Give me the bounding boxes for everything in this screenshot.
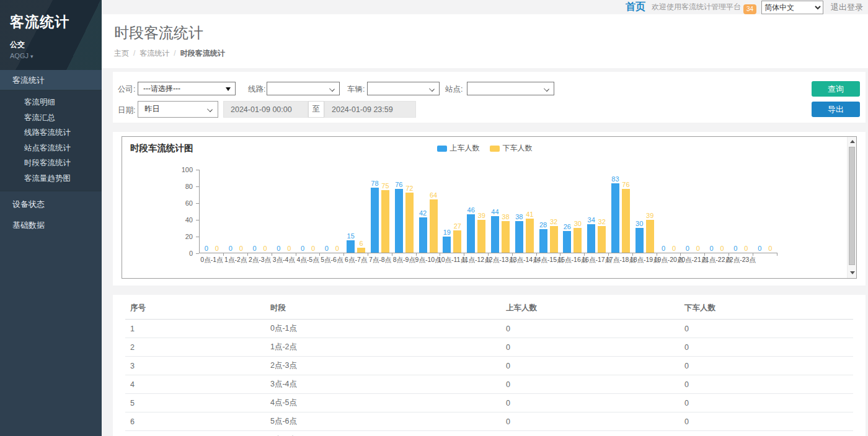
bar-value-label: 0: [252, 245, 256, 252]
line-select[interactable]: [267, 82, 340, 95]
bar-value-label: 30: [574, 220, 582, 227]
bar-value-label: 0: [768, 245, 772, 252]
bar-value-label: 38: [502, 214, 509, 220]
sidebar-item-other-0[interactable]: 设备状态: [0, 194, 102, 215]
table-header-cell: 上车人数: [501, 296, 680, 320]
table-body: 10点-1点0021点-2点0032点-3点0043点-4点0054点-5点00…: [125, 320, 853, 436]
bar-group: 005点-6点: [320, 169, 344, 253]
table-row: 54点-5点00: [125, 394, 853, 412]
bar-value-label: 0: [311, 245, 315, 252]
bar: [371, 188, 379, 253]
page-heading: 时段客流统计 主页/客流统计/时段客流统计: [102, 14, 868, 68]
org-code-dropdown[interactable]: AQGJ▾: [10, 52, 102, 59]
vertical-scrollbar[interactable]: [847, 137, 856, 278]
bar-value-label: 0: [229, 245, 232, 252]
notification-badge[interactable]: 34: [743, 4, 756, 14]
bar-column: 0: [237, 169, 245, 253]
bar-group: 004点-5点: [296, 169, 320, 253]
scrollbar-down-arrow-icon[interactable]: [850, 271, 855, 274]
company-label: 公司:: [118, 84, 135, 95]
bar: [598, 226, 606, 253]
bar-column: 0: [333, 169, 341, 253]
bar-group: 76728点-9点: [392, 169, 416, 253]
bar-group: 263015点-16点: [560, 169, 585, 253]
company-select[interactable]: ---请选择---: [138, 82, 236, 95]
legend-item-1[interactable]: 下车人数: [490, 143, 533, 154]
sidebar-subitem-1[interactable]: 客流汇总: [0, 110, 102, 126]
export-button[interactable]: 导出: [812, 102, 860, 117]
bar-group: 0021点-22点: [705, 169, 729, 253]
legend-item-0[interactable]: 上车人数: [437, 143, 480, 154]
bar-column: 15: [347, 169, 355, 253]
sidebar-logo-block: 客流统计 公交 AQGJ▾: [0, 0, 102, 70]
line-label: 线路:: [248, 84, 265, 95]
table-cell: 2点-3点: [265, 357, 501, 375]
date-label: 日期:: [118, 105, 135, 116]
station-label: 站点:: [445, 84, 463, 95]
bar-column: 0: [226, 169, 234, 253]
chevron-down-icon: [207, 107, 213, 112]
bar-column: 0: [756, 169, 764, 253]
table-cell: 6: [125, 412, 265, 431]
bar-column: 0: [309, 169, 317, 253]
bar-column: 0: [718, 169, 726, 253]
table-row: 10点-1点00: [125, 320, 853, 338]
station-select[interactable]: [467, 82, 554, 95]
query-button[interactable]: 查询: [812, 81, 860, 97]
bar-column: 76: [622, 169, 630, 253]
bar: [405, 193, 414, 253]
bar-value-label: 19: [443, 229, 451, 236]
home-link[interactable]: 首页: [626, 1, 645, 14]
y-axis-label: 40: [174, 216, 193, 224]
table-cell: 5: [125, 394, 265, 412]
chevron-down-icon: [329, 86, 335, 92]
bar: [563, 231, 571, 253]
chart-box: 时段车流统计图 上车人数下车人数 000点-1点001点-2点002点-3点00…: [122, 136, 857, 279]
table-cell: 0: [680, 320, 853, 338]
bar-value-label: 26: [564, 224, 571, 230]
bar-value-label: 0: [239, 245, 243, 252]
table-cell: 0: [680, 412, 853, 431]
bar: [539, 229, 547, 253]
sidebar-subitem-4[interactable]: 时段客流统计: [0, 155, 102, 171]
table-cell: 0: [501, 320, 680, 338]
bar-group: 002点-3点: [248, 169, 272, 253]
table-cell: 7: [125, 431, 265, 436]
bar: [611, 183, 619, 253]
language-select[interactable]: 简体中文: [761, 1, 823, 14]
vehicle-select[interactable]: [367, 82, 440, 95]
bar-column: 76: [395, 169, 403, 253]
bar: [357, 248, 365, 253]
bar: [395, 189, 403, 253]
date-preset-select[interactable]: 昨日: [138, 101, 218, 118]
org-name: 公交: [10, 40, 102, 50]
date-preset-value: 昨日: [144, 104, 160, 115]
bar-value-label: 0: [686, 245, 689, 252]
x-axis-tick: [753, 253, 753, 256]
date-from-input[interactable]: 2024-01-09 00:00: [223, 101, 308, 118]
bar-column: 0: [694, 169, 702, 253]
logout-link[interactable]: 退出登录: [831, 2, 863, 13]
y-axis-tick: [196, 220, 199, 220]
table-row: 43点-4点00: [125, 375, 853, 394]
sidebar-subitem-5[interactable]: 客流量趋势图: [0, 171, 102, 186]
bar-value-label: 39: [646, 212, 653, 219]
chart-canvas: 000点-1点001点-2点002点-3点003点-4点004点-5点005点-…: [199, 170, 777, 253]
bar-column: 0: [742, 169, 750, 253]
bar-value-label: 42: [419, 210, 427, 217]
breadcrumb-item-1[interactable]: 客流统计: [140, 49, 169, 58]
date-to-input[interactable]: 2024-01-09 23:59: [324, 101, 416, 118]
bar-value-label: 0: [710, 245, 714, 252]
sidebar-item-passenger-stats[interactable]: 客流统计: [0, 70, 102, 90]
sidebar-subitem-2[interactable]: 线路客流统计: [0, 125, 102, 141]
scrollbar-up-arrow-icon[interactable]: [850, 140, 855, 143]
table-row: 32点-3点00: [125, 357, 853, 375]
bar-value-label: 41: [526, 211, 533, 218]
sidebar-item-other-1[interactable]: 基础数据: [0, 215, 102, 236]
sidebar-subitem-3[interactable]: 站点客流统计: [0, 141, 102, 156]
breadcrumb-separator: /: [174, 49, 175, 58]
scrollbar-thumb[interactable]: [849, 147, 855, 265]
sidebar-subitem-0[interactable]: 客流明细: [0, 95, 102, 110]
breadcrumb-item-0[interactable]: 主页: [114, 49, 129, 58]
bar: [574, 228, 582, 253]
